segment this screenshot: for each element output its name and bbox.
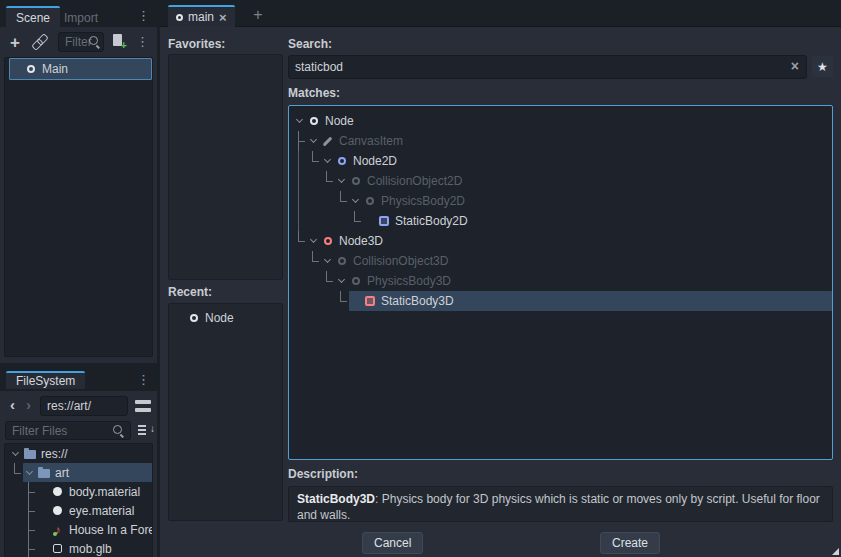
matches-tree: NodeCanvasItemNode2DCollisionObject2DPhy…: [288, 105, 833, 460]
tab-filesystem[interactable]: FileSystem: [6, 371, 85, 389]
tree-guide: [321, 271, 335, 291]
expand-arrow-icon[interactable]: [351, 196, 361, 206]
tree-item-label: PhysicsBody2D: [381, 194, 465, 208]
expand-arrow-icon[interactable]: [11, 449, 21, 459]
tree-item-res-[interactable]: res://: [5, 444, 152, 463]
expand-arrow-icon[interactable]: [337, 176, 347, 186]
tree-item-eye-material[interactable]: eye.material: [5, 501, 152, 520]
create-button[interactable]: Create: [600, 532, 660, 554]
row-content: StaticBody2D: [363, 211, 832, 231]
sphere-icon: [50, 487, 65, 496]
filesystem-path-input[interactable]: [40, 396, 128, 416]
tree-guide: [335, 191, 349, 211]
star-icon: ★: [817, 60, 828, 74]
row-content: ♪House In a Forest Lo: [37, 520, 152, 539]
body2d-icon: [376, 216, 391, 226]
filesystem-dock-body: ‹ › ↓ res://artbody.materialeye.material…: [0, 391, 157, 557]
tree-item-mob-glb[interactable]: mob.glb: [5, 539, 152, 557]
chain-link-icon: [32, 34, 48, 49]
tree-item-staticbody3d[interactable]: StaticBody3D: [289, 291, 832, 311]
node3d-icon: [320, 237, 335, 245]
tree-item-label: Node: [205, 311, 234, 325]
tree-item-label: CollisionObject2D: [367, 174, 462, 188]
favorite-toggle-button[interactable]: ★: [812, 56, 833, 77]
add-node-button[interactable]: +: [10, 34, 20, 51]
folder-icon: [22, 448, 37, 459]
tree-guide: [293, 131, 307, 151]
sort-files-icon[interactable]: ↓: [138, 424, 153, 437]
clear-search-icon[interactable]: ×: [791, 59, 799, 73]
row-content: Node2D: [321, 151, 832, 171]
tree-item-house-in-a-forest-lo[interactable]: ♪House In a Forest Lo: [5, 520, 152, 539]
display-mode-icon[interactable]: [135, 400, 151, 412]
tree-guide: [307, 151, 321, 171]
search-icon: [113, 425, 125, 437]
brush-icon: [320, 140, 335, 143]
scene-dock-menu-icon[interactable]: ⋮: [137, 9, 150, 22]
scene-icon: [50, 544, 65, 553]
tree-item-label: Node2D: [353, 154, 397, 168]
filesystem-dock-menu-icon[interactable]: ⋮: [137, 373, 150, 386]
row-content: eye.material: [37, 501, 152, 520]
node-search-input[interactable]: [288, 55, 807, 79]
tree-item-art[interactable]: art: [5, 463, 152, 482]
expand-arrow-icon[interactable]: [25, 468, 35, 478]
description-text: : Physics body for 3D physics which is s…: [297, 492, 820, 522]
scene-toolbar-menu-icon[interactable]: ⋮: [136, 35, 149, 48]
tree-item-node2d[interactable]: Node2D: [289, 151, 832, 171]
expand-arrow-icon[interactable]: [337, 276, 347, 286]
attach-script-button[interactable]: [113, 34, 122, 46]
scene-icon: [176, 14, 183, 21]
tree-item-main[interactable]: Main: [5, 58, 152, 80]
cancel-button[interactable]: Cancel: [362, 532, 423, 554]
folder-icon: [36, 467, 51, 478]
search-icon: [89, 36, 101, 48]
tree-guide: [293, 231, 307, 251]
filesystem-tree: res://artbody.materialeye.material♪House…: [4, 443, 153, 557]
selected-row-highlight: art: [23, 463, 152, 482]
tree-item-collisionobject2d[interactable]: CollisionObject2D: [289, 171, 832, 191]
tree-item-physicsbody3d[interactable]: PhysicsBody3D: [289, 271, 832, 291]
new-scene-tab-button[interactable]: +: [248, 5, 268, 25]
tree-guide: [23, 482, 37, 502]
instantiate-scene-button[interactable]: [32, 34, 48, 49]
tree-item-label: Node: [325, 114, 354, 128]
favorites-panel[interactable]: [168, 54, 283, 280]
tab-main-label: main: [188, 10, 214, 24]
tree-item-node[interactable]: Node: [289, 111, 832, 131]
tree-guide: [9, 463, 23, 483]
tree-guide: [349, 211, 363, 231]
tab-main-scene[interactable]: main ×: [168, 5, 235, 27]
tree-item-label: StaticBody2D: [395, 214, 468, 228]
window-resize-grip[interactable]: [832, 548, 839, 555]
tab-import[interactable]: Import: [54, 6, 108, 27]
description-box: StaticBody3D: Physics body for 3D physic…: [288, 486, 833, 522]
ringdim-icon: [362, 197, 377, 205]
tree-item-label: House In a Forest Lo: [69, 523, 152, 537]
expand-arrow-icon[interactable]: [323, 256, 333, 266]
expand-arrow-icon[interactable]: [309, 136, 319, 146]
audio-icon: ♪: [50, 524, 65, 536]
tree-item-staticbody2d[interactable]: StaticBody2D: [289, 211, 832, 231]
back-icon[interactable]: ‹: [10, 396, 15, 413]
tree-item-label: art: [55, 466, 69, 480]
row-content: res://: [9, 444, 152, 463]
tree-item-physicsbody2d[interactable]: PhysicsBody2D: [289, 191, 832, 211]
expand-arrow-icon[interactable]: [309, 236, 319, 246]
expand-arrow-icon[interactable]: [295, 116, 305, 126]
close-icon[interactable]: ×: [219, 10, 227, 25]
tree-item-collisionobject3d[interactable]: CollisionObject3D: [289, 251, 832, 271]
tree-item-body-material[interactable]: body.material: [5, 482, 152, 501]
tree-item-node[interactable]: Node: [169, 308, 282, 328]
forward-icon[interactable]: ›: [26, 396, 31, 413]
tab-scene[interactable]: Scene: [6, 6, 60, 27]
tab-import-label: Import: [64, 11, 98, 25]
tree-item-canvasitem[interactable]: CanvasItem: [289, 131, 832, 151]
selected-row-highlight: Main: [9, 58, 152, 80]
scene-tree: Main: [4, 57, 153, 357]
expand-arrow-icon[interactable]: [323, 156, 333, 166]
tree-item-label: body.material: [69, 485, 140, 499]
tree-item-label: res://: [41, 447, 68, 461]
down-arrow-icon: ↓: [150, 423, 155, 434]
tree-item-node3d[interactable]: Node3D: [289, 231, 832, 251]
